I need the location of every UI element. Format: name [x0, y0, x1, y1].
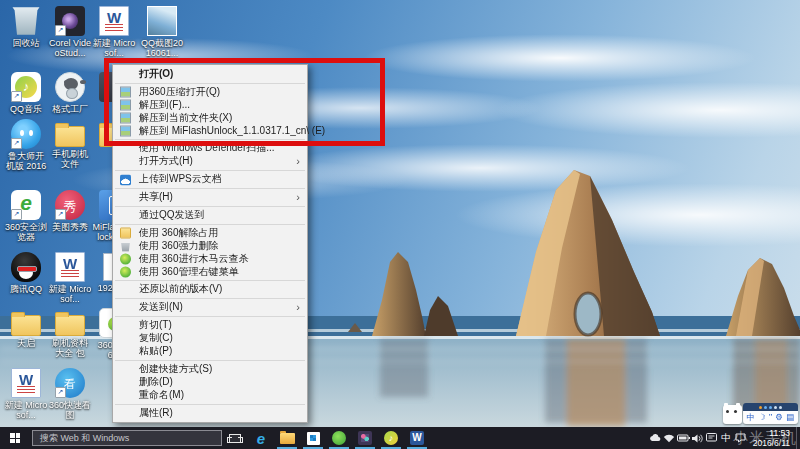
word-document-icon: [11, 368, 41, 398]
menu-separator: [115, 188, 305, 189]
menu-item-360-cloud-scan[interactable]: 使用 360进行木马云查杀: [113, 253, 307, 266]
corel-videostudio-icon: [55, 6, 85, 36]
menu-item-create-shortcut[interactable]: 创建快捷方式(S): [113, 363, 307, 376]
word-document-icon: [55, 252, 85, 282]
folder-icon: [120, 228, 131, 239]
word-icon: W: [410, 431, 424, 445]
menu-item-restore-versions[interactable]: 还原以前的版本(V): [113, 283, 307, 296]
ime-mascot-icon: [723, 405, 742, 424]
menu-item-cut[interactable]: 剪切(T): [113, 319, 307, 332]
qq-music-icon: ♪: [384, 431, 398, 445]
action-center-icon[interactable]: [734, 427, 748, 449]
dot-icon: [764, 406, 767, 409]
task-view-button[interactable]: [222, 427, 248, 449]
taskbar-clock[interactable]: 11:53 2016/6/11: [748, 428, 796, 448]
desktop-icon-folder-1[interactable]: 天启: [4, 308, 48, 348]
windows-logo-icon: [10, 433, 20, 443]
submenu-arrow-icon: ›: [296, 191, 300, 204]
tray-wifi-icon[interactable]: [662, 427, 676, 449]
icon-label: 格式工厂: [48, 104, 92, 114]
menu-item-360-manage-menu[interactable]: 使用 360管理右键菜单: [113, 266, 307, 279]
desktop-icon-folder-2[interactable]: 手机刷机文件: [48, 119, 92, 170]
menu-item-upload-wps[interactable]: 上传到WPS云文档: [113, 173, 307, 186]
icon-label: 刷机资料大全 包: [48, 338, 92, 359]
photos-app-icon: [358, 431, 372, 445]
word-document-icon: [99, 6, 129, 36]
desktop-icon-word-doc-1[interactable]: 新建 Microsof...: [92, 6, 136, 59]
ime-settings-icon[interactable]: ⚙: [775, 411, 783, 424]
menu-item-send-via-qq[interactable]: 通过QQ发送到: [113, 209, 307, 222]
menu-item-rename[interactable]: 重命名(M): [113, 389, 307, 402]
tray-speaker-icon[interactable]: [690, 427, 704, 449]
ime-status-strip: [743, 403, 798, 411]
windows-store-icon: [307, 432, 320, 445]
taskbar: 搜索 Web 和 Windows e ♪ W 中: [0, 427, 800, 449]
desktop-icon-word-doc-2[interactable]: 新建 Microsof...: [48, 252, 92, 305]
menu-item-paste[interactable]: 粘贴(P): [113, 345, 307, 358]
taskbar-photos-app[interactable]: [352, 427, 378, 449]
menu-item-delete[interactable]: 删除(D): [113, 376, 307, 389]
icon-label: QQ音乐: [4, 104, 48, 114]
360-logo-icon: [120, 267, 131, 278]
desktop-icon-qq-music[interactable]: QQ音乐: [4, 72, 48, 114]
desktop-icon-kantu[interactable]: 360快速看图: [48, 368, 92, 421]
recycle-bin-icon: [11, 6, 41, 36]
start-button[interactable]: [0, 427, 30, 449]
desktop-icon-ludashi[interactable]: 鲁大师开机版 2016: [4, 119, 48, 172]
format-factory-icon: [55, 72, 85, 102]
red-highlight-box: [104, 58, 385, 146]
menu-separator: [115, 360, 305, 361]
dot-icon: [759, 406, 762, 409]
icon-label: QQ截图2016061...: [140, 38, 184, 59]
dot-icon: [774, 406, 777, 409]
ime-keyboard-icon[interactable]: ▤: [786, 411, 794, 424]
taskbar-qq-music[interactable]: ♪: [378, 427, 404, 449]
screenshot-thumbnail-icon: [147, 6, 177, 36]
meitu-xiuxiu-icon: [55, 190, 85, 220]
menu-item-360-unlock-file[interactable]: 使用 360解除占用: [113, 227, 307, 240]
menu-item-360-force-delete[interactable]: 使用 360强力删除: [113, 240, 307, 253]
desktop-icon-word-doc-3[interactable]: 新建 Microsof...: [4, 368, 48, 421]
360-logo-icon: [120, 254, 131, 265]
menu-item-open-with[interactable]: 打开方式(H)›: [113, 155, 307, 168]
menu-item-share[interactable]: 共享(H)›: [113, 191, 307, 204]
taskbar-file-explorer[interactable]: [274, 427, 300, 449]
menu-item-send-to[interactable]: 发送到(N)›: [113, 301, 307, 314]
trash-icon: [120, 241, 131, 252]
submenu-arrow-icon: ›: [296, 155, 300, 168]
desktop-icon-corel[interactable]: Corel VideoStud...: [48, 6, 92, 59]
tray-cloud-icon[interactable]: [648, 427, 662, 449]
icon-label: 360快速看图: [48, 400, 92, 421]
menu-item-properties[interactable]: 属性(R): [113, 407, 307, 420]
icon-label: 回收站: [4, 38, 48, 48]
ludashi-icon: [11, 119, 41, 149]
qq-penguin-icon: [11, 252, 41, 282]
tray-battery-icon[interactable]: [676, 427, 690, 449]
taskbar-store[interactable]: [300, 427, 326, 449]
desktop-icon-meitu[interactable]: 美图秀秀: [48, 190, 92, 232]
taskbar-word[interactable]: W: [404, 427, 430, 449]
menu-separator: [115, 170, 305, 171]
ime-halfmoon-icon[interactable]: ☽: [758, 411, 766, 424]
taskbar-360-safe[interactable]: [326, 427, 352, 449]
ime-punctuation-icon[interactable]: ’’: [769, 411, 773, 424]
desktop-icon-qq-screenshot[interactable]: QQ截图2016061...: [140, 6, 184, 59]
tray-notification-icon[interactable]: [704, 427, 718, 449]
menu-item-copy[interactable]: 复制(C): [113, 332, 307, 345]
taskbar-search-box[interactable]: 搜索 Web 和 Windows: [32, 430, 222, 446]
desktop-icon-qq[interactable]: 腾讯QQ: [4, 252, 48, 294]
show-desktop-button[interactable]: [796, 427, 800, 449]
icon-label: 360安全浏览器: [4, 222, 48, 243]
ime-toolbar[interactable]: 中 ☽ ’’ ⚙ ▤: [723, 403, 798, 424]
icon-label: 新建 Microsof...: [48, 284, 92, 305]
ime-mode-chinese[interactable]: 中: [747, 411, 756, 424]
desktop-icon-format-factory[interactable]: 格式工厂: [48, 72, 92, 114]
desktop-icon-folder-3[interactable]: 刷机资料大全 包: [48, 308, 92, 359]
input-language-indicator[interactable]: 中: [718, 432, 734, 445]
desktop-icon-recycle-bin[interactable]: 回收站: [4, 6, 48, 48]
qq-music-icon: [11, 72, 41, 102]
icon-label: 新建 Microsof...: [4, 400, 48, 421]
taskbar-edge[interactable]: e: [248, 427, 274, 449]
desktop-icon-360-browser[interactable]: 360安全浏览器: [4, 190, 48, 243]
menu-separator: [115, 316, 305, 317]
